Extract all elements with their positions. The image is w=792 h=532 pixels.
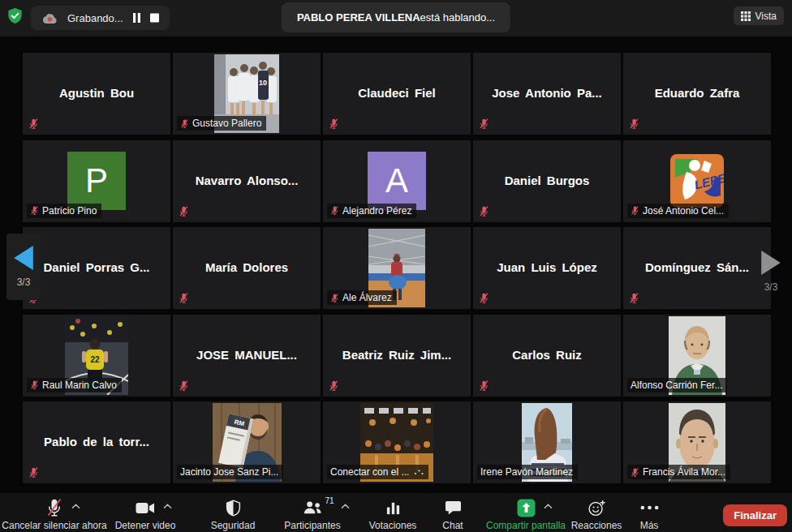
participant-tile[interactable]: RMJacinto Jose Sanz Pi... [173,401,321,483]
participant-tile[interactable]: Ale Álvarez [323,227,471,309]
chevron-left-icon [14,246,33,270]
toolbar-video-icon-row [136,498,155,517]
participant-tile[interactable]: Daniel Burgos [473,140,621,222]
participant-tile[interactable]: Alfonso Carrión Fer... [623,315,771,397]
mic-muted-icon [179,380,189,392]
participant-name: Agustin Bou [53,86,140,101]
participant-tile[interactable]: 22Raul Marin Calvo [23,315,170,397]
recording-label: Grabando... [67,12,123,24]
name-tag: Irene Pavón Martinez [477,465,578,479]
chevron-up-icon[interactable] [163,503,172,509]
participant-tile[interactable]: LEPEJosé Antonio Cel... [623,140,771,222]
participants-icon: 71 [303,500,323,515]
view-button[interactable]: Vista [734,6,784,25]
participant-name: JOSE MANUEL... [190,348,303,363]
participant-tile[interactable]: Juan Luis López [473,227,621,309]
participant-name: Domínguez Sán... [639,260,755,276]
participant-tile[interactable]: Eduardo Zafra [623,53,771,135]
participant-tile[interactable]: Irene Pavón Martinez [473,401,621,483]
participant-tile[interactable]: Conectar con el ... [323,401,471,483]
toolbar-unmute-label: Cancelar silenciar ahora [2,520,106,531]
participant-tile[interactable]: Agustin Bou [23,53,170,135]
toolbar-more-button[interactable]: Más [613,498,686,531]
toolbar-participants-button[interactable]: 71Participantes [264,498,361,531]
name-tag: Alfonso Carrión Fer... [627,378,727,393]
participant-grid: Agustin Bou10Gustavo PalleroClaudeci Fie… [23,53,771,483]
participant-name: Pablo de la torr... [37,435,156,450]
toolbar-chat-label: Chat [442,520,463,531]
participant-name: Raul Marin Calvo [42,380,117,391]
active-speaker-name: PABLO PEREA VILLENA [297,11,420,24]
svg-text:10: 10 [259,79,267,87]
participant-name: Irene Pavón Martinez [480,466,573,478]
stop-recording-button[interactable] [150,13,159,23]
chevron-up-icon[interactable] [71,503,80,509]
participant-tile[interactable]: Jose Antonio Pa... [473,53,621,135]
toolbar-security-label: Seguridad [211,520,256,531]
cloud-recording-icon [41,12,58,24]
participant-name: Alejandro Pérez [342,205,411,217]
participant-tile[interactable]: Domínguez Sán... [623,227,771,309]
participant-name: Patricio Pino [42,205,97,217]
more-icon [639,505,660,510]
toolbar-more-icon-row [639,498,660,517]
chat-icon [445,500,462,516]
mic-muted-icon [28,466,39,478]
mic-muted-icon [179,205,189,217]
name-tag: Raul Marin Calvo [27,378,122,393]
participant-name: Gustavo Pallero [192,118,261,129]
participant-name: Francis Ávila Mor... [643,466,725,478]
participant-tile[interactable]: Navarro Alonso... [173,140,321,222]
toolbar-video-button[interactable]: Detener video [97,498,194,531]
mic-muted-icon [629,118,639,130]
mic-muted-icon [28,118,39,130]
toolbar-reactions-icon-row [588,498,606,517]
chevron-up-icon[interactable] [544,503,553,509]
svg-text:22: 22 [90,355,100,364]
toolbar-more-label: Más [640,520,659,531]
participant-name: Juan Luis López [490,260,604,276]
participant-name: Jacinto Jose Sanz Pi... [180,466,278,478]
participant-name: Daniel Burgos [498,174,596,189]
connecting-dots-icon [414,469,424,475]
name-tag: Jacinto Jose Sanz Pi... [177,465,283,479]
toolbar-participants-icon-row: 71 [303,498,323,517]
participant-tile[interactable]: Daniel Porras G... [23,227,170,309]
mic-muted-icon [329,380,339,392]
participant-tile[interactable]: Carlos Ruiz [473,315,621,397]
participant-tile[interactable]: Claudeci Fiel [323,53,471,135]
recording-indicator: Grabando... [31,6,170,30]
toolbar-chat-icon-row [445,498,462,517]
participant-tile[interactable]: María Dolores [173,227,321,309]
participant-name: Navarro Alonso... [189,174,305,189]
mic-muted-icon [329,118,339,130]
next-page-button[interactable]: 3/3 [756,243,786,300]
meeting-toolbar: Finalizar Cancelar silenciar ahoraDetene… [0,493,792,532]
participant-tile[interactable]: Pablo de la torr... [23,401,170,483]
previous-page-button[interactable]: 3/3 [6,234,41,300]
page-indicator-right: 3/3 [764,281,778,293]
chevron-right-icon [761,251,781,275]
participants-count-badge: 71 [325,496,334,505]
end-meeting-button[interactable]: Finalizar [723,504,787,526]
name-tag: Gustavo Pallero [177,116,266,131]
mic-unmute-icon [45,498,63,517]
participant-name: Jose Antonio Pa... [485,86,608,101]
participant-tile[interactable]: JOSE MANUEL... [173,315,321,397]
pause-recording-button[interactable] [132,13,141,23]
participant-tile[interactable]: 10Gustavo Pallero [173,53,321,135]
name-tag: Conectar con el ... [327,465,428,479]
toolbar-participants-label: Participantes [284,520,340,531]
poll-icon [385,500,401,516]
mic-muted-icon [479,380,489,392]
participant-tile[interactable]: AAlejandro Pérez [323,140,471,222]
reactions-icon [588,500,606,517]
toolbar-video-label: Detener video [115,520,176,531]
participant-tile[interactable]: PPatricio Pino [23,140,170,222]
toolbar-unmute-icon-row [45,498,63,517]
participant-tile[interactable]: Francis Ávila Mor... [623,401,771,483]
encryption-shield-icon[interactable] [7,7,23,24]
participant-tile[interactable]: Beatriz Ruiz Jim... [323,315,471,397]
mic-muted-icon [629,292,639,304]
participant-name: Ale Álvarez [342,292,392,303]
